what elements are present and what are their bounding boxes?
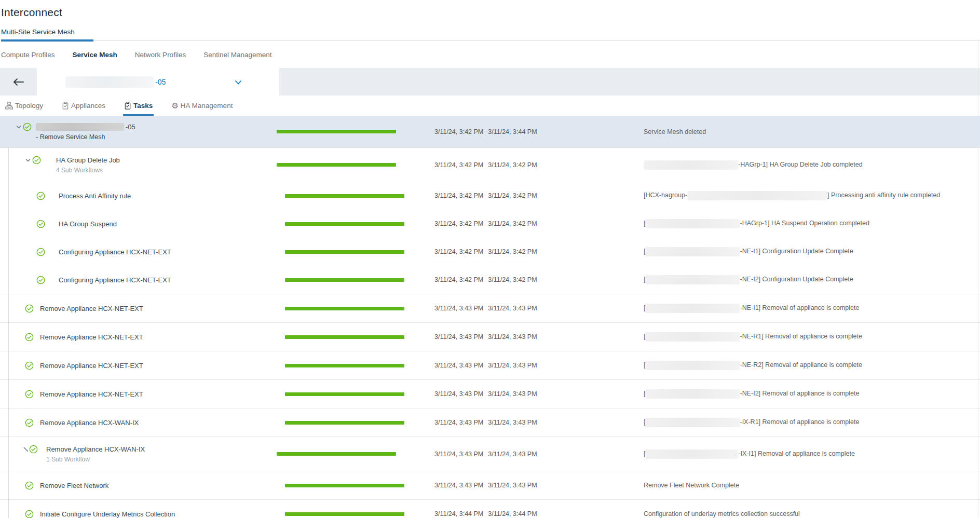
task-status-cell: -HAGrp-1] HA Group Delete Job completed	[641, 160, 980, 170]
subtab-label: Topology	[15, 102, 43, 110]
redacted-text	[646, 361, 739, 370]
task-row[interactable]: Remove Appliance HCX-WAN-IX 1 Sub Workfl…	[0, 437, 980, 471]
task-end-time: 3/11/24, 3:44 PM	[488, 128, 537, 135]
task-name-line: Remove Appliance HCX-NET-EXT	[40, 390, 143, 398]
task-name: HA Group Suspend	[59, 220, 117, 228]
task-progress-cell	[277, 512, 433, 516]
task-row[interactable]: Configuring Appliance HCX-NET-EXT 3/11/2…	[0, 266, 980, 294]
task-times-cell: 3/11/24, 3:44 PM 3/11/24, 3:44 PM	[433, 510, 641, 517]
task-name-line: Remove Fleet Network	[40, 482, 108, 489]
task-status-prefix: [	[644, 450, 645, 457]
scrollbar-track[interactable]	[978, 39, 978, 518]
active-section-underline	[1, 39, 93, 42]
clipboard-check-icon	[62, 102, 69, 110]
tab-network-profiles[interactable]: Network Profiles	[135, 51, 186, 59]
task-status: -NE-I1] Removal of appliance is complete	[740, 304, 859, 311]
task-end-time: 3/11/24, 3:42 PM	[488, 161, 537, 169]
task-name-block: -05 - Remove Service Mesh	[36, 122, 135, 141]
redacted-text	[646, 332, 739, 342]
arrow-left-icon	[13, 78, 24, 86]
caret-down-icon[interactable]	[16, 124, 23, 130]
task-end-time: 3/11/24, 3:43 PM	[488, 419, 537, 426]
subtab-topology[interactable]: Topology	[5, 96, 43, 116]
task-start-time: 3/11/24, 3:42 PM	[434, 161, 483, 169]
main-tabs: Compute Profiles Service Mesh Network Pr…	[0, 41, 980, 68]
task-status-prefix: [	[644, 276, 645, 283]
success-check-circle-icon	[36, 248, 45, 256]
subtab-tasks[interactable]: Tasks	[124, 96, 153, 116]
task-status-prefix: [	[644, 220, 645, 227]
task-name-cell: Configuring Appliance HCX-NET-EXT	[0, 276, 277, 284]
back-button[interactable]	[0, 68, 37, 96]
tab-compute-profiles[interactable]: Compute Profiles	[1, 51, 55, 59]
progress-bar	[285, 194, 404, 198]
subtab-ha-management[interactable]: ⚙ HA Management	[171, 96, 233, 116]
success-check-circle-icon	[29, 445, 38, 454]
redacted-text	[646, 418, 739, 427]
task-name-cell: -05 - Remove Service Mesh	[0, 122, 277, 141]
task-status-prefix: [	[644, 390, 645, 397]
task-subtitle: 4 Sub Workflows	[56, 167, 120, 174]
caret-down-icon[interactable]	[25, 157, 32, 163]
success-check-circle-icon	[36, 276, 45, 284]
task-row[interactable]: Process Anti Affinity rule 3/11/24, 3:42…	[0, 182, 980, 210]
task-status: Service Mesh deleted	[644, 128, 706, 135]
task-row[interactable]: Remove Appliance HCX-NET-EXT 3/11/24, 3:…	[0, 294, 980, 323]
task-row[interactable]: Remove Appliance HCX-NET-EXT 3/11/24, 3:…	[0, 380, 980, 408]
task-name: Remove Appliance HCX-WAN-IX	[40, 419, 139, 427]
task-status-cell: Configuration of underlay metrics collec…	[641, 510, 980, 517]
redacted-text	[65, 76, 154, 88]
task-name-line: Configuring Appliance HCX-NET-EXT	[59, 276, 171, 284]
task-times-cell: 3/11/24, 3:43 PM 3/11/24, 3:43 PM	[433, 482, 641, 489]
success-check-circle-icon	[36, 192, 45, 200]
task-status-cell: [-HAGrp-1] HA Suspend Operation complete…	[641, 219, 980, 228]
task-name-line: Initiate Configure Underlay Metrics Coll…	[40, 510, 175, 518]
task-start-time: 3/11/24, 3:43 PM	[434, 362, 483, 369]
task-row[interactable]: HA Group Delete Job 4 Sub Workflows 3/11…	[0, 148, 980, 182]
subtab-label: Appliances	[71, 102, 105, 110]
task-name-line: Remove Appliance HCX-WAN-IX	[46, 445, 145, 453]
task-start-time: 3/11/24, 3:43 PM	[434, 419, 483, 426]
task-status-prefix: [	[644, 418, 645, 426]
task-status: -HAGrp-1] HA Suspend Operation completed	[740, 220, 869, 227]
task-times-cell: 3/11/24, 3:43 PM 3/11/24, 3:43 PM	[433, 419, 641, 426]
task-name-block: Process Anti Affinity rule	[59, 192, 131, 200]
tab-sentinel-management[interactable]: Sentinel Management	[203, 51, 271, 59]
task-name-block: Remove Appliance HCX-NET-EXT	[40, 304, 143, 312]
task-status: -NE-R1] Removal of appliance is complete	[740, 333, 862, 340]
progress-bar	[285, 421, 404, 425]
task-row[interactable]: Remove Fleet Network 3/11/24, 3:43 PM 3/…	[0, 471, 980, 500]
service-mesh-selector[interactable]: -05	[37, 68, 279, 96]
task-name-cell: Remove Appliance HCX-WAN-IX 1 Sub Workfl…	[0, 445, 277, 463]
service-mesh-toolbar: -05	[0, 68, 980, 96]
tab-service-mesh[interactable]: Service Mesh	[73, 51, 117, 59]
task-row[interactable]: Remove Appliance HCX-NET-EXT 3/11/24, 3:…	[0, 351, 980, 380]
task-name-line: Remove Appliance HCX-WAN-IX	[40, 419, 139, 427]
task-progress-cell	[277, 278, 433, 282]
subtab-appliances[interactable]: Appliances	[62, 96, 105, 116]
progress-bar	[285, 250, 404, 254]
task-name-block: Initiate Configure Underlay Metrics Coll…	[40, 510, 175, 518]
progress-bar	[285, 278, 404, 282]
task-row[interactable]: Remove Appliance HCX-WAN-IX 3/11/24, 3:4…	[0, 408, 980, 437]
task-times-cell: 3/11/24, 3:42 PM 3/11/24, 3:42 PM	[433, 220, 641, 227]
task-row[interactable]: Remove Appliance HCX-NET-EXT 3/11/24, 3:…	[0, 323, 980, 351]
caret-right-icon[interactable]	[22, 446, 29, 453]
topology-icon	[5, 102, 13, 110]
task-subtitle: - Remove Service Mesh	[36, 133, 135, 141]
progress-bar	[285, 335, 404, 339]
task-progress-cell	[277, 250, 433, 254]
task-row[interactable]: Initiate Configure Underlay Metrics Coll…	[0, 500, 980, 518]
gear-icon: ⚙	[171, 102, 178, 110]
task-name-line: -05	[36, 123, 135, 131]
task-row[interactable]: -05 - Remove Service Mesh 3/11/24, 3:42 …	[0, 116, 980, 148]
task-status-cell: Remove Fleet Network Complete	[641, 482, 980, 489]
task-times-cell: 3/11/24, 3:43 PM 3/11/24, 3:43 PM	[433, 362, 641, 369]
redacted-text	[646, 275, 739, 284]
task-row[interactable]: Configuring Appliance HCX-NET-EXT 3/11/2…	[0, 238, 980, 266]
task-row[interactable]: HA Group Suspend 3/11/24, 3:42 PM 3/11/2…	[0, 210, 980, 238]
task-status-cell: [HCX-hagroup-] Processing anti affinity …	[641, 191, 980, 200]
chevron-down-icon[interactable]	[235, 79, 242, 85]
task-name-line: HA Group Suspend	[59, 220, 117, 228]
task-progress-cell	[277, 335, 433, 339]
